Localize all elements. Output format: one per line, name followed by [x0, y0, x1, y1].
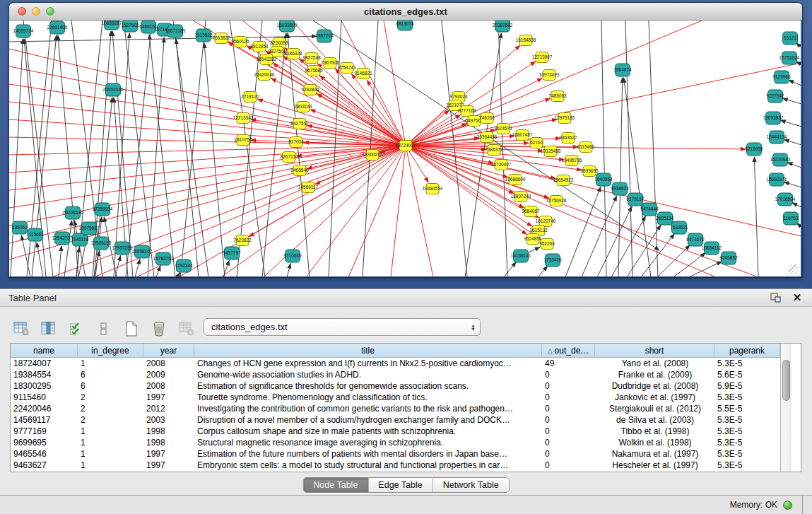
black-edge[interactable]: [11, 39, 23, 276]
table-row[interactable]: 1456911722003Disruption of a novel membe…: [11, 414, 780, 426]
red-edge[interactable]: [271, 78, 406, 146]
black-edge[interactable]: [37, 243, 43, 276]
black-edge[interactable]: [784, 139, 801, 145]
red-edge[interactable]: [9, 84, 406, 146]
red-edge[interactable]: [251, 119, 406, 146]
table-cell: Tibbo et al. (1998): [595, 426, 714, 437]
red-edge[interactable]: [406, 21, 702, 146]
black-edge[interactable]: [565, 187, 601, 276]
table-row[interactable]: 1938455462009Genome-wide association stu…: [11, 369, 780, 380]
red-edge[interactable]: [352, 74, 406, 146]
red-edge[interactable]: [9, 146, 406, 208]
table-row[interactable]: 1872400712008Changes of HCN gene express…: [11, 358, 780, 369]
citation-network-graph[interactable]: 1872400795601258912954822605898275031654…: [9, 21, 801, 276]
black-edge[interactable]: [156, 266, 160, 276]
black-edge[interactable]: [148, 37, 164, 276]
black-edge[interactable]: [781, 120, 801, 127]
select-columns-icon[interactable]: [39, 319, 59, 339]
black-edge[interactable]: [504, 262, 516, 276]
red-edge[interactable]: [221, 146, 406, 276]
canvas-resize-grip[interactable]: [789, 264, 799, 274]
node-label: 16782753: [153, 256, 174, 261]
black-edge[interactable]: [611, 216, 646, 276]
close-window-icon[interactable]: [18, 7, 26, 16]
table-selector-dropdown[interactable]: citations_edges.txt ▲▼: [204, 318, 481, 336]
black-edge[interactable]: [625, 21, 632, 276]
column-header-name[interactable]: name: [11, 344, 78, 357]
black-edge[interactable]: [597, 206, 632, 276]
black-edge[interactable]: [94, 251, 100, 276]
vertical-scrollbar[interactable]: [780, 344, 792, 472]
column-header-short[interactable]: short: [595, 344, 714, 357]
black-edge[interactable]: [792, 203, 801, 207]
delete-columns-icon[interactable]: [149, 319, 169, 339]
scrollbar-thumb[interactable]: [782, 360, 790, 401]
red-edge[interactable]: [257, 99, 406, 146]
float-panel-icon[interactable]: [770, 292, 782, 303]
tab-node-table[interactable]: Node Table: [303, 478, 368, 492]
black-edge[interactable]: [582, 196, 617, 276]
rows-icon[interactable]: [94, 319, 114, 339]
black-edge[interactable]: [287, 264, 290, 276]
minimize-window-icon[interactable]: [32, 7, 40, 16]
black-edge[interactable]: [124, 21, 154, 276]
tab-edge-table[interactable]: Edge Table: [368, 478, 433, 492]
black-edge[interactable]: [59, 246, 61, 276]
node-table-grid: namein_degreeyeartitle△out_de…shortpager…: [11, 344, 780, 472]
close-panel-icon[interactable]: ✕: [791, 292, 804, 303]
table-row[interactable]: 911546021997Tourette syndrome. Phenomeno…: [11, 392, 780, 403]
black-edge[interactable]: [618, 78, 623, 276]
red-edge[interactable]: [335, 69, 406, 146]
black-edge[interactable]: [601, 21, 606, 276]
table-cell: 5.6E-5: [714, 369, 780, 380]
memory-status-icon[interactable]: [783, 501, 792, 510]
red-edge[interactable]: [406, 146, 433, 276]
red-edge[interactable]: [406, 146, 801, 236]
red-edge[interactable]: [406, 143, 529, 146]
zoom-window-icon[interactable]: [46, 7, 54, 16]
network-canvas[interactable]: 1872400795601258912954822605898275031654…: [9, 21, 801, 276]
delete-table-icon[interactable]: [177, 319, 196, 339]
red-edge[interactable]: [297, 146, 406, 156]
black-edge[interactable]: [173, 21, 208, 276]
column-header-out_de[interactable]: △out_de…: [542, 344, 595, 357]
black-edge[interactable]: [689, 262, 722, 276]
table-row[interactable]: 946554611997Estimation of the future num…: [11, 448, 780, 460]
black-edge[interactable]: [204, 43, 225, 276]
black-edge[interactable]: [149, 35, 175, 276]
black-edge[interactable]: [789, 80, 801, 86]
black-edge[interactable]: [787, 163, 801, 168]
column-header-year[interactable]: year: [143, 344, 194, 357]
black-edge[interactable]: [754, 157, 758, 276]
red-edge[interactable]: [249, 146, 406, 236]
black-edge[interactable]: [177, 273, 180, 276]
network-window-titlebar[interactable]: citations_edges.txt: [9, 3, 802, 21]
tab-network-table[interactable]: Network Table: [433, 478, 509, 492]
table-row[interactable]: 1830029562008Estimation of significance …: [11, 380, 780, 392]
red-edge[interactable]: [391, 146, 406, 276]
black-edge[interactable]: [112, 31, 133, 276]
column-checklist-icon[interactable]: [66, 319, 86, 339]
red-edge[interactable]: [9, 146, 406, 155]
red-edge[interactable]: [348, 146, 406, 276]
table-cell: 19384554: [11, 369, 78, 380]
column-header-title[interactable]: title: [194, 344, 542, 357]
black-edge[interactable]: [180, 21, 206, 276]
column-header-pagerank[interactable]: pagerank: [714, 344, 780, 357]
node-label: 3624574: [494, 126, 512, 131]
black-edge[interactable]: [783, 98, 801, 104]
table-settings-icon[interactable]: [11, 319, 31, 339]
table-cell: 2008: [143, 380, 194, 392]
black-edge[interactable]: [538, 266, 548, 276]
black-edge[interactable]: [135, 259, 140, 276]
black-edge[interactable]: [114, 33, 129, 276]
column-header-in_degree[interactable]: in_degree: [78, 344, 143, 357]
red-edge[interactable]: [315, 146, 406, 185]
node-label: 16120746: [536, 218, 556, 223]
table-row[interactable]: 977716911998Corpus callosum shape and si…: [11, 426, 780, 437]
table-row[interactable]: 969969511998Structural magnetic resonanc…: [11, 437, 780, 448]
table-row[interactable]: 2242004622012Investigating the contribut…: [11, 403, 780, 414]
black-edge[interactable]: [784, 182, 801, 187]
new-column-icon[interactable]: [122, 319, 141, 339]
table-row[interactable]: 946362711997Embryonic stem cells: a mode…: [11, 460, 780, 471]
